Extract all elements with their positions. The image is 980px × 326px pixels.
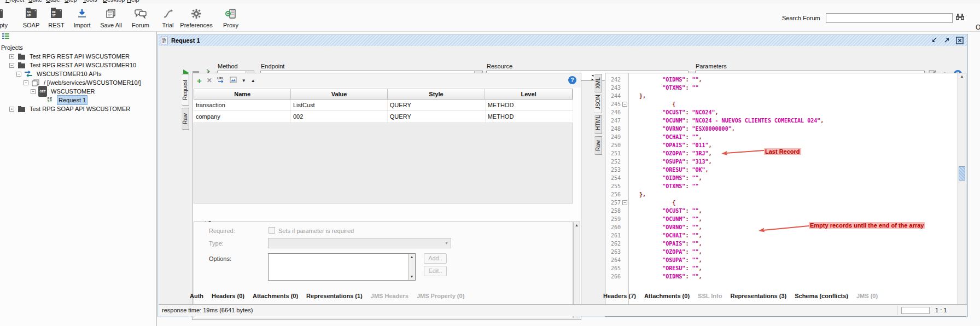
add-option-button[interactable]: Add.. bbox=[424, 253, 447, 264]
tab-headers-7-[interactable]: Headers (7) bbox=[603, 293, 636, 299]
tab-xml[interactable]: XML bbox=[594, 74, 602, 92]
column-header-value[interactable]: Value bbox=[291, 89, 387, 99]
column-header-name[interactable]: Name bbox=[194, 89, 291, 99]
tree-item-2[interactable]: −Test RPG REST API WSCUSTOMER10 bbox=[0, 61, 156, 69]
line-number: 252 bbox=[605, 158, 621, 166]
column-header-level[interactable]: Level bbox=[485, 89, 573, 99]
collapse-icon[interactable]: − bbox=[31, 89, 36, 94]
column-header-style[interactable]: Style bbox=[388, 89, 485, 99]
close-window-icon[interactable] bbox=[955, 36, 964, 44]
table-cell: METHOD bbox=[486, 111, 573, 122]
update-from-url-icon[interactable]: URL bbox=[217, 75, 225, 85]
fold-collapse-icon[interactable]: − bbox=[622, 102, 627, 107]
save-all-button[interactable]: Save All bbox=[94, 7, 128, 28]
folder-icon bbox=[16, 53, 26, 60]
scroll-up-icon[interactable]: ▲ bbox=[958, 73, 966, 80]
add-row-icon[interactable]: + bbox=[197, 76, 202, 85]
rest-button[interactable]: REST*REST bbox=[44, 7, 69, 28]
collapse-icon[interactable]: − bbox=[24, 80, 28, 85]
tab-raw[interactable]: Raw bbox=[594, 136, 602, 155]
tab-raw[interactable]: Raw bbox=[182, 108, 189, 130]
code-line: "OIDMS": "", bbox=[629, 75, 702, 84]
menu-item-project[interactable]: Project bbox=[5, 0, 24, 3]
search-forum-input[interactable] bbox=[826, 13, 953, 23]
move-down-icon[interactable]: ▼ bbox=[242, 78, 246, 83]
table-row[interactable]: company002QUERYMETHOD bbox=[194, 111, 573, 123]
line-number: 254 bbox=[605, 174, 621, 182]
tree-item-label: / [/web/services/WSCUSTOMER10/] bbox=[43, 78, 142, 87]
menu-item-suite[interactable]: Suite bbox=[28, 0, 42, 3]
options-scrollbar[interactable]: ▲ ▼ bbox=[408, 254, 415, 280]
clipped-edge-text: O bbox=[976, 24, 980, 31]
import-button[interactable]: Import bbox=[68, 7, 96, 28]
binoculars-icon[interactable] bbox=[955, 13, 965, 23]
tab-representations-1-[interactable]: Representations (1) bbox=[306, 293, 363, 299]
tab-auth[interactable]: Auth bbox=[190, 293, 203, 299]
proxy-button[interactable]: Proxy bbox=[217, 7, 245, 28]
tree-item-6[interactable]: R ES TRequest 1 bbox=[0, 96, 156, 104]
tab-html[interactable]: HTML bbox=[594, 115, 602, 134]
save-all-icon bbox=[94, 7, 128, 20]
tab-attachments-0-[interactable]: Attachments (0) bbox=[253, 293, 298, 299]
required-checkbox[interactable] bbox=[269, 227, 275, 234]
line-number: 256 bbox=[605, 190, 621, 199]
preferences-gear-icon bbox=[178, 7, 214, 20]
tab-json[interactable]: JSON bbox=[594, 95, 602, 113]
json-code-area[interactable]: "OIDMS": "", "OTXMS": "" }, { "OCUST": "… bbox=[629, 73, 957, 316]
menu-item-tools[interactable]: Tools bbox=[83, 0, 97, 3]
menu-item-help[interactable]: Help bbox=[127, 0, 139, 3]
tab-attachments-0-[interactable]: Attachments (0) bbox=[644, 293, 690, 299]
code-line: "OVRNO": "ESX0000000", bbox=[629, 125, 735, 133]
options-listbox[interactable]: ▲ ▼ bbox=[268, 253, 416, 281]
tree-item-3[interactable]: −WSCUSTOMER10 APIs bbox=[0, 69, 156, 78]
style-icon[interactable] bbox=[230, 75, 237, 85]
code-line: "OPAIS": "011", bbox=[629, 141, 712, 149]
edit-option-button[interactable]: Edit.. bbox=[424, 266, 447, 276]
menu-item-case[interactable]: Case bbox=[46, 0, 60, 3]
line-number: 264 bbox=[605, 256, 621, 264]
scroll-up-icon[interactable]: ▲ bbox=[574, 222, 580, 229]
move-up-icon[interactable]: ▲ bbox=[251, 78, 255, 83]
type-select[interactable]: ▼ bbox=[268, 238, 451, 248]
collapse-icon[interactable]: − bbox=[9, 63, 14, 68]
expand-icon[interactable]: + bbox=[9, 107, 14, 112]
tab-representations-3-[interactable]: Representations (3) bbox=[730, 293, 786, 299]
tree-root-projects[interactable]: Projects bbox=[0, 44, 156, 52]
fold-collapse-icon[interactable]: − bbox=[622, 200, 627, 205]
trial-button[interactable]: Trial bbox=[156, 7, 179, 28]
forum-button[interactable]: Forum bbox=[128, 7, 153, 28]
tree-item-label: Test RPG REST API WSCUSTOMER bbox=[28, 52, 131, 61]
tree-item-1[interactable]: +Test RPG REST API WSCUSTOMER bbox=[0, 52, 156, 61]
preferences-button[interactable]: Preferences bbox=[178, 7, 214, 28]
toolbar-button-label: Forum bbox=[128, 22, 153, 28]
empty-button[interactable]: *mpty bbox=[0, 7, 11, 28]
dock-window-icon[interactable] bbox=[930, 36, 938, 44]
pane-splitter[interactable]: ▲▼ bbox=[194, 216, 580, 221]
tree-view-icon[interactable] bbox=[2, 33, 9, 39]
response-scrollbar[interactable]: ▲ ▼ bbox=[958, 73, 966, 316]
expand-icon[interactable]: + bbox=[9, 54, 14, 59]
table-row[interactable]: transactionListCustQUERYMETHOD bbox=[194, 100, 573, 111]
soap-button[interactable]: SOAP*SOAP bbox=[19, 7, 44, 28]
folder-icon bbox=[16, 105, 26, 113]
scroll-up-icon[interactable]: ▲ bbox=[409, 254, 415, 260]
menu-item-desktop[interactable]: Desktop bbox=[103, 0, 125, 3]
tab-request[interactable]: Request bbox=[182, 74, 189, 106]
float-window-icon[interactable] bbox=[943, 36, 951, 44]
status-bar: response time: 19ms (6641 bytes) 1 : 1 bbox=[159, 304, 967, 316]
tree-item-7[interactable]: +Test RPG SOAP API WSCUSTOMER bbox=[0, 104, 156, 113]
delete-row-icon[interactable]: ✕ bbox=[207, 77, 212, 84]
scrollbar-thumb[interactable] bbox=[959, 166, 965, 181]
request-window-titlebar[interactable]: REST Request 1 bbox=[159, 35, 967, 46]
tab-schema-conflicts-[interactable]: Schema (conflicts) bbox=[795, 293, 848, 299]
tree-item-label: WSCUSTOMER10 APIs bbox=[36, 69, 102, 78]
tab-headers-0-[interactable]: Headers (0) bbox=[212, 293, 244, 299]
tree-item-4[interactable]: −/ [/web/services/WSCUSTOMER10/] bbox=[0, 78, 156, 87]
help-icon[interactable]: ? bbox=[568, 76, 576, 84]
scroll-down-icon[interactable]: ▼ bbox=[409, 273, 415, 280]
menu-item-step[interactable]: Step bbox=[65, 0, 77, 3]
tree-item-5[interactable]: −GETWSCUSTOMER bbox=[0, 87, 156, 96]
code-line: "OTXMS": "" bbox=[629, 84, 698, 92]
toolbar-button-label: REST bbox=[44, 22, 69, 28]
collapse-icon[interactable]: − bbox=[16, 72, 21, 77]
